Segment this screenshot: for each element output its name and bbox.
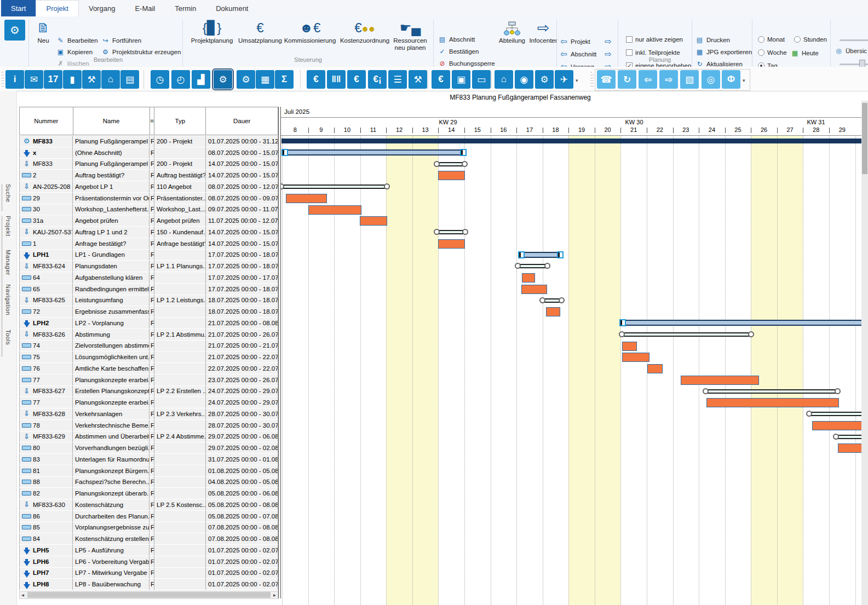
euro-out-icon[interactable]: € [307,70,325,89]
checkbox-nur-aktive[interactable]: nur aktive zeigen [626,36,683,43]
warehouse-euro-icon[interactable]: ⌂ [495,70,513,89]
gantt-bar-task[interactable] [546,307,560,316]
euro-return-icon[interactable]: € [432,70,450,89]
table-row[interactable]: 81Planungskonzept Bürgern...F01.08.2025 … [19,465,278,477]
column-header-Dauer[interactable]: Dauer [206,107,278,135]
gantt-bar-task[interactable] [838,443,861,453]
table-row[interactable]: ⇩MF833-626AbstimmungFLP 2.1 Abstimmu...2… [19,329,278,341]
kopieren-button[interactable]: ▣Kopieren [56,48,93,56]
column-header-Name[interactable]: Name [73,107,150,135]
gantt-bar-summary[interactable] [436,230,465,234]
checkbox-inkl-teilprojekte[interactable]: inkl. Teilprojekte [626,49,680,56]
table-row[interactable]: 84Kostenschätzung erstellenF07.08.2025 0… [19,533,278,545]
gantt-bar-summary[interactable] [836,435,861,439]
gantt-bar-summary[interactable] [281,185,387,189]
dropdown-arrow-icon[interactable]: ▾ [743,78,745,83]
sidebar-tab-tools[interactable]: Tools [5,330,12,345]
refresh-page-icon[interactable]: ↻ [618,70,636,89]
day-label[interactable]: 9 [319,126,323,133]
table-row[interactable]: 76Amtliche Karte beschaffen...F22.07.202… [19,363,278,374]
radio-woche[interactable]: Woche [758,49,787,56]
table-row[interactable]: LPH8LP8 - BauüberwachungF01.07.2025 00:0… [19,579,278,590]
day-label[interactable]: 25 [734,126,741,133]
table-row[interactable]: ⇩AN-2025-208Angebot LP 1F110 Angebot08.0… [19,181,278,193]
gantt-bar-section[interactable] [519,252,562,258]
resource-wrench-icon[interactable]: ⚒ [82,70,101,89]
scrollbar-thumb[interactable] [27,592,271,598]
toolbar-grip[interactable] [1,71,4,88]
gantt-bar-task[interactable] [438,171,465,180]
tab-start[interactable]: Start [1,0,36,16]
day-label[interactable]: 10 [344,126,350,133]
day-label[interactable]: 28 [813,126,819,133]
table-row[interactable]: ⇩MF833-624PlanungsdatenFLP 1.1 Planungs.… [19,261,278,272]
scroll-left-icon[interactable]: ◂ [21,591,24,598]
sidebar-tab-suche[interactable]: Suche [5,184,12,203]
table-row[interactable]: 77Planungskonzepte erarbei...F23.07.2025… [19,374,278,386]
table-row[interactable]: 1Anfrage bestätigt?FAnfrage bestätigt?14… [19,238,278,250]
column-header-=[interactable]: = [150,107,155,135]
gantt-bar-task[interactable] [522,273,535,283]
table-row[interactable]: 30Workshop_Lastenhefterst...FWorkshop_La… [19,204,278,216]
table-row[interactable]: ⇩MF833-628VerkehrsanlagenFLP 2.3 Verkehr… [19,408,278,420]
table-row[interactable]: 72Ergebnisse zusammenfass...F18.07.2025 … [19,306,278,318]
calendar-icon[interactable]: 17 [44,70,62,89]
day-label[interactable]: 16 [500,126,507,133]
day-label[interactable]: 22 [657,126,663,133]
sidebar-tab-manager[interactable]: Manager [5,250,12,275]
scrollbar-thumb[interactable] [862,103,867,174]
euro-open-item-icon[interactable]: €¡ [368,70,387,89]
table-row[interactable]: LPH2LP2 - VorplanungF21.07.2025 00:00 - … [19,318,278,329]
prev-abschnitt-icon[interactable]: ⇦ [560,49,568,59]
day-label[interactable]: 14 [448,126,455,133]
projektplanung-button[interactable]: {▊}Projektplanung [188,19,235,44]
table-row[interactable]: ⇩MF833-627Erstellen PlanungskonzeptFLP 2… [19,386,278,397]
day-label[interactable]: 29 [839,126,846,133]
bearbeiten-button[interactable]: ✎Bearbeiten [56,37,98,44]
tab-termin[interactable]: Termin [165,0,206,16]
day-label[interactable]: 11 [370,126,376,133]
day-label[interactable]: 27 [786,126,793,133]
flight-service-icon[interactable]: ✈ [555,70,573,89]
umsatzplanung-button[interactable]: €Umsatzplanung [237,19,284,44]
euro-coins-icon[interactable]: € [347,70,366,89]
print-document-icon[interactable]: ▤ [120,70,139,89]
back-icon[interactable]: ⇦ [639,70,657,89]
day-label[interactable]: 18 [552,126,559,133]
table-horizontal-scrollbar[interactable]: ◂ ▸ [19,591,278,599]
gantt-bar-task[interactable] [812,421,861,430]
day-label[interactable]: 24 [709,126,715,133]
chart-settings-icon[interactable]: ⚙ [237,70,255,89]
day-label[interactable]: 13 [422,126,429,133]
sidebar-tab-projekt[interactable]: Projekt [5,216,12,237]
gantt-bar-task[interactable] [438,239,465,249]
drucken-button[interactable]: ▤Drucken [695,36,730,44]
table-row[interactable]: 77Planungskonzepte erarbei...F24.07.2025… [19,397,278,408]
radio-monat[interactable]: Monat [758,36,785,43]
radio-stunden[interactable]: Stunden [794,36,827,43]
tab-projekt[interactable]: Projekt [36,0,78,16]
scroll-right-icon[interactable]: ▸ [273,591,276,598]
day-label[interactable]: 17 [526,126,533,133]
buchungssperre-button[interactable]: ⊘Buchungssperre [438,60,495,67]
table-row[interactable]: 31aAngebot prüfenFAngebot prüfen11.07.20… [19,215,278,227]
kommissionierung-button[interactable]: ☻€Kommissionierung [284,19,336,44]
fortfuehren-button[interactable]: ↪Fortführen [101,37,141,44]
gantt-bar-summary[interactable] [518,264,548,268]
new-booking-clock-icon[interactable]: ◷ [151,70,169,89]
cart-icon[interactable]: ▣ [452,70,470,89]
prev-projekt-icon[interactable]: ⇦ [560,37,568,47]
tab-dokument[interactable]: Dokument [206,0,258,16]
table-row[interactable]: ⇩MF833-630KostenschätzungFLP 2.5 Kostens… [19,499,278,511]
person-time-icon[interactable]: ◴ [171,70,190,89]
heute-button[interactable]: ▦Heute [791,49,819,57]
table-row[interactable]: 74Zielvorstellungen abstimmenF21.07.2025… [19,341,278,352]
table-row[interactable]: 86Durcharbeiten des Planun...F05.08.2025… [19,511,278,522]
gantt-bar-task[interactable] [622,342,637,351]
column-header-Typ[interactable]: Typ [154,107,206,135]
sidebar-tab-navigation[interactable]: Navigation [5,284,12,315]
table-row[interactable]: ⚙MF833Planung Fußgängerampel ...F200 - P… [19,136,278,147]
forward-icon[interactable]: ⇨ [659,70,678,89]
table-row[interactable]: LPH1LP1 - GrundlagenF17.07.2025 00:00 - … [19,250,278,261]
company-person-icon[interactable]: ⌂ [101,70,120,89]
